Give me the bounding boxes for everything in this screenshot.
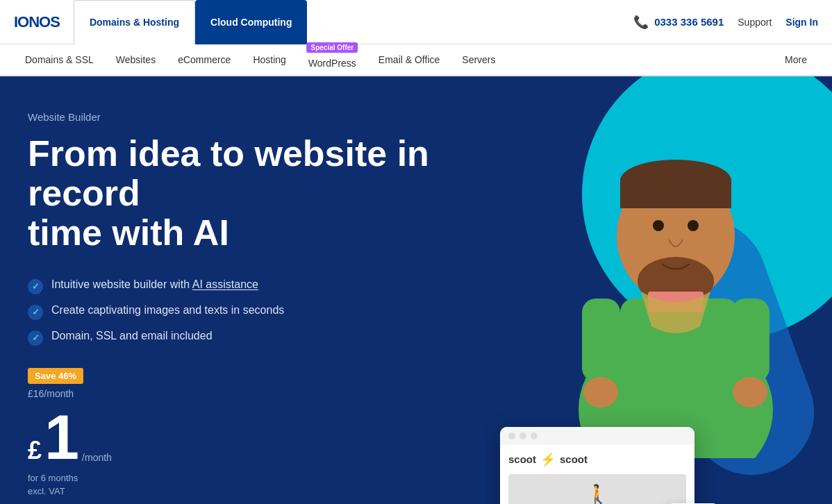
scoot-brand-2: scoot — [560, 453, 588, 465]
logo[interactable]: IONOS — [14, 13, 60, 31]
price-number: 1 — [44, 406, 79, 469]
save-badge: Save 46% — [28, 368, 83, 384]
nav-item-more[interactable]: More — [774, 54, 818, 65]
svg-point-7 — [653, 220, 664, 231]
hero-person-image — [519, 76, 832, 458]
website-preview-card: scoot ⚡ scoot 🚶 — [500, 427, 694, 504]
nav-item-ecommerce[interactable]: eCommerce — [167, 44, 242, 76]
ai-assistance-link[interactable]: AI assistance — [192, 278, 258, 290]
check-icon-2 — [28, 305, 43, 320]
feature-list: Intuitive website builder with AI assist… — [28, 278, 458, 346]
old-price: £16/month — [28, 388, 458, 399]
card-body: scoot ⚡ scoot 🚶 — [500, 445, 694, 504]
svg-rect-5 — [620, 180, 731, 208]
excl-vat-note: excl. VAT — [28, 486, 458, 496]
nav-tabs: Domains & Hosting Cloud Computing — [74, 0, 308, 44]
nav-item-hosting[interactable]: Hosting — [242, 44, 297, 76]
special-offer-badge: Special Offer — [307, 42, 358, 53]
secondary-navigation: Domains & SSL Websites eCommerce Hosting… — [0, 44, 832, 76]
svg-point-8 — [688, 220, 699, 231]
top-right-area: 📞 0333 336 5691 Support Sign In — [633, 15, 818, 30]
dot-3 — [531, 432, 538, 439]
scoot-lightning-icon: ⚡ — [540, 452, 556, 467]
hero-content: Website Builder From idea to website in … — [0, 76, 486, 504]
svg-rect-10 — [582, 299, 620, 382]
hero-title: From idea to website in record time with… — [28, 134, 458, 253]
feature-item-2: Create captivating images and texts in s… — [28, 304, 458, 320]
scoot-logo: scoot ⚡ scoot — [508, 452, 686, 467]
for-months-note: for 6 months — [28, 473, 458, 483]
dot-1 — [508, 432, 515, 439]
hero-subtitle: Website Builder — [28, 111, 458, 123]
phone-number[interactable]: 0333 336 5691 — [654, 16, 724, 28]
card-header — [500, 427, 694, 445]
per-month-label: /month — [82, 452, 112, 463]
nav-item-email-office[interactable]: Email & Office — [367, 44, 451, 76]
nav-item-domains-ssl[interactable]: Domains & SSL — [14, 44, 105, 76]
nav-item-servers[interactable]: Servers — [451, 44, 506, 76]
card-image-figure: 🚶 — [585, 483, 610, 504]
dot-2 — [519, 432, 526, 439]
signin-button[interactable]: Sign In — [785, 17, 818, 28]
nav-item-websites[interactable]: Websites — [105, 44, 167, 76]
check-icon-3 — [28, 330, 43, 346]
currency-symbol: £ — [28, 436, 42, 465]
phone-area: 📞 0333 336 5691 — [633, 15, 724, 30]
support-link[interactable]: Support — [738, 17, 772, 28]
nav-tab-cloud-computing[interactable]: Cloud Computing — [195, 0, 307, 44]
scoot-brand-1: scoot — [508, 453, 536, 465]
hero-visual: scoot ⚡ scoot 🚶 🤖 — [486, 76, 832, 504]
feature-item-1: Intuitive website builder with AI assist… — [28, 278, 458, 294]
check-icon-1 — [28, 279, 43, 294]
nav-tab-domains-hosting[interactable]: Domains & Hosting — [74, 0, 195, 44]
top-navigation: IONOS Domains & Hosting Cloud Computing … — [0, 0, 832, 44]
hero-section: Website Builder From idea to website in … — [0, 76, 832, 504]
nav-item-wordpress[interactable]: Special Offer WordPress — [297, 44, 367, 76]
phone-icon: 📞 — [633, 15, 649, 30]
price-row: £ 1 /month — [28, 406, 458, 469]
svg-point-12 — [583, 377, 618, 408]
svg-rect-11 — [731, 299, 769, 382]
feature-item-3: Domain, SSL and email included — [28, 330, 458, 346]
card-image-placeholder: 🚶 — [508, 474, 686, 504]
svg-point-13 — [733, 377, 767, 408]
